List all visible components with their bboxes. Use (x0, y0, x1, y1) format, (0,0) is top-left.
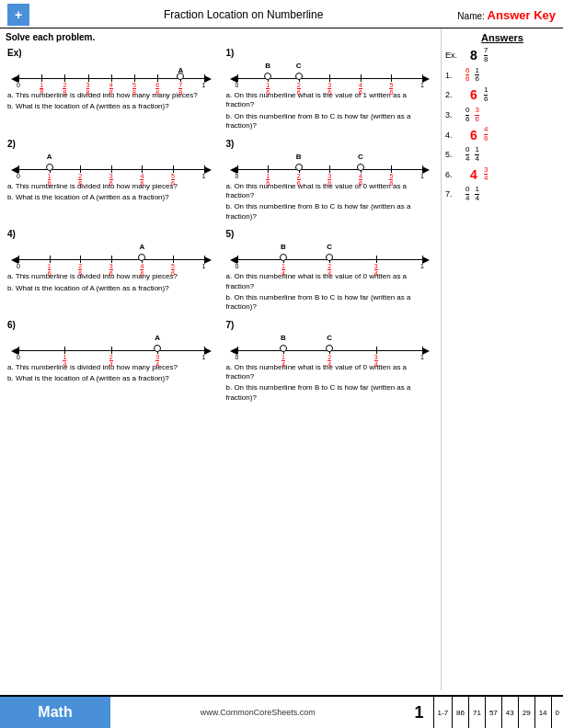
answer-2-large: 6 (465, 87, 482, 102)
answer-row-1: 1. 6 6 1 6 (445, 67, 559, 85)
problem-1-label: 1) (226, 48, 434, 58)
problem-5-block: 5) 0 14 24 34 1 B (224, 227, 436, 314)
name-label: Name: Answer Key (457, 8, 556, 22)
answer-row-2: 2. 6 1 6 (445, 86, 559, 104)
answer-ex-large: 8 (465, 48, 482, 63)
problem-7-text-b: b. On this numberline from B to C is how… (226, 383, 434, 403)
problems-area: Solve each problem. Ex) 0 18 (0, 28, 442, 690)
answer-6-fraction: 3 4 (484, 166, 488, 184)
answer-3a-fraction: 0 6 (465, 107, 469, 124)
problem-2-label: 2) (7, 139, 215, 149)
answer-ex-fraction: 7 8 (484, 47, 488, 64)
footer: Math www.CommonCoreSheets.com 1 1-7 86 7… (0, 695, 563, 728)
answer-row-6: 6. 4 3 4 (445, 166, 559, 184)
footer-score-71: 71 (468, 697, 485, 728)
page-title: Fraction Location on Numberline (29, 8, 457, 21)
answers-title: Answers (445, 32, 559, 43)
solve-instruction: Solve each problem. (6, 32, 435, 42)
problem-5-text-b: b. On this numberline from B to C is how… (226, 293, 434, 313)
answer-5b-fraction: 1 4 (475, 146, 478, 164)
answer-key-label: Answer Key (488, 8, 556, 22)
footer-scores: 1-7 86 71 57 43 29 14 0 (433, 697, 563, 728)
answer-7a-fraction: 0 4 (465, 186, 469, 203)
footer-math-label: Math (0, 697, 110, 728)
problem-5-label: 5) (226, 229, 434, 239)
footer-url: www.CommonCoreSheets.com (110, 708, 406, 717)
answer-2-fraction: 1 6 (484, 86, 488, 104)
header: + Fraction Location on Numberline Name: … (0, 0, 563, 28)
problem-2-numberline: 0 16 26 36 46 56 1 A (7, 151, 215, 180)
problem-4-label: 4) (7, 229, 215, 239)
problem-2-block: 2) 0 16 26 36 46 56 (6, 137, 217, 224)
problem-7-block: 7) 0 14 24 34 1 B (224, 318, 436, 405)
answer-label-1: 1. (445, 71, 464, 80)
answer-label-2: 2. (445, 90, 464, 99)
problem-4-block: 4) 0 16 26 36 46 56 (6, 227, 217, 314)
footer-page: 1 (406, 703, 433, 722)
footer-score-57: 57 (485, 697, 501, 728)
problem-1-numberline: 0 16 26 36 46 56 1 (226, 60, 434, 89)
answer-row-ex: Ex. 8 7 8 (445, 47, 559, 64)
answer-6-large: 4 (465, 167, 482, 182)
answer-row-4: 4. 6 4 6 (445, 126, 559, 143)
answer-7b-fraction: 1 4 (475, 186, 478, 203)
problem-7-label: 7) (226, 320, 434, 330)
footer-score-29: 29 (518, 697, 534, 728)
answers-panel: Answers Ex. 8 7 8 1. 6 6 1 6 (442, 28, 563, 690)
answer-label-3: 3. (445, 110, 464, 119)
example-label: Ex) (7, 48, 215, 58)
footer-score-86: 86 (452, 697, 468, 728)
problem-3-numberline: 0 16 26 36 46 56 1 B (226, 151, 434, 180)
problem-2-text-b: b. What is the location of A (written as… (7, 193, 215, 202)
answer-5a-fraction: 0 4 (465, 146, 469, 164)
footer-score-43: 43 (501, 697, 518, 728)
example-block: Ex) 0 18 28 (6, 46, 217, 133)
answer-label-7: 7. (445, 189, 464, 199)
problem-6-text-b: b. What is the location of A (written as… (7, 374, 215, 383)
logo-icon: + (7, 4, 29, 26)
answer-label-5: 5. (445, 150, 464, 159)
problem-3-block: 3) 0 16 26 36 46 56 (224, 137, 436, 224)
problem-3-label: 3) (226, 139, 434, 149)
problem-5-numberline: 0 14 24 34 1 B C (226, 241, 434, 270)
answer-label-6: 6. (445, 170, 464, 179)
problem-1-block: 1) 0 16 26 36 46 (224, 46, 436, 133)
answer-1a-fraction: 6 6 (465, 67, 469, 85)
problem-4-numberline: 0 16 26 36 46 56 1 A (7, 241, 215, 270)
problem-3-text-b: b. On this numberline from B to C is how… (226, 202, 434, 222)
footer-score-14: 14 (534, 697, 551, 728)
problem-4-text-b: b. What is the location of A (written as… (7, 284, 215, 293)
answer-label-ex: Ex. (445, 51, 464, 60)
footer-range: 1-7 (433, 697, 453, 728)
answer-row-3: 3. 0 6 3 6 (445, 107, 559, 124)
answer-4-large: 6 (465, 128, 482, 142)
main-content: Solve each problem. Ex) 0 18 (0, 28, 563, 690)
answer-3b-fraction: 3 6 (475, 107, 478, 124)
answer-1b-fraction: 1 6 (475, 67, 478, 85)
example-text-b: b. What is the location of A (written as… (7, 102, 215, 111)
problem-6-label: 6) (7, 320, 215, 330)
problem-6-numberline: 0 14 24 34 1 A (7, 332, 215, 361)
answer-row-5: 5. 0 4 1 4 (445, 146, 559, 164)
problem-1-text-b: b. On this numberline from B to C is how… (226, 112, 434, 131)
answer-4-fraction: 4 6 (484, 126, 488, 143)
example-numberline: 0 18 28 38 (7, 60, 215, 89)
problem-7-numberline: 0 14 24 34 1 B C (226, 332, 434, 361)
problem-6-block: 6) 0 14 24 34 1 A (6, 318, 217, 405)
answer-label-4: 4. (445, 131, 464, 140)
footer-score-0: 0 (551, 697, 563, 728)
answer-row-7: 7. 0 4 1 4 (445, 186, 559, 203)
